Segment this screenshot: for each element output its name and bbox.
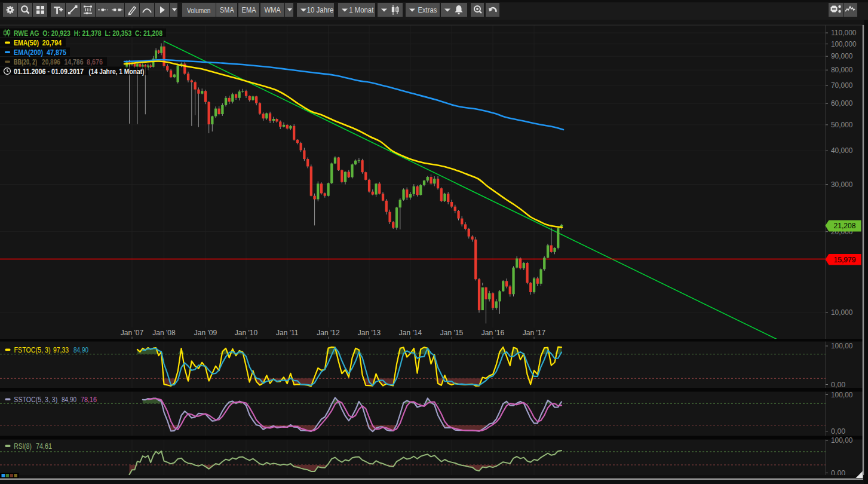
svg-text:SMA: SMA xyxy=(220,5,234,14)
svg-text:Volumen: Volumen xyxy=(187,6,210,15)
svg-text:50,000: 50,000 xyxy=(831,121,853,129)
svg-text:80,000: 80,000 xyxy=(831,66,853,74)
svg-text:Jan '17: Jan '17 xyxy=(523,329,546,337)
svg-text:10,000: 10,000 xyxy=(831,308,853,317)
svg-text:Jan '15: Jan '15 xyxy=(440,329,464,337)
svg-text:30,000: 30,000 xyxy=(831,180,853,189)
svg-text:EMA(200) 47,875: EMA(200) 47,875 xyxy=(14,48,66,57)
svg-text:10 Jahre: 10 Jahre xyxy=(306,5,333,14)
svg-text:1 Monat: 1 Monat xyxy=(349,5,373,14)
svg-text:78,16: 78,16 xyxy=(81,396,97,404)
svg-text:Jan '13: Jan '13 xyxy=(358,329,381,337)
svg-text:EMA: EMA xyxy=(242,5,256,14)
svg-text:21,208: 21,208 xyxy=(834,221,856,230)
svg-text:RWE AG O: 20,923 H: 21,378: RWE AG O: 20,923 H: 21,378 L: 20,353 C: … xyxy=(14,29,162,38)
svg-text:Jan '10: Jan '10 xyxy=(235,329,258,337)
svg-text:Extras: Extras xyxy=(418,5,437,14)
svg-text:(14 Jahre, 1 Monat): (14 Jahre, 1 Monat) xyxy=(89,68,145,76)
svg-text:EMA(50) 20,794: EMA(50) 20,794 xyxy=(14,39,62,47)
svg-text:110,000: 110,000 xyxy=(831,29,857,37)
svg-text:Jan '11: Jan '11 xyxy=(276,329,299,337)
svg-text:97,33: 97,33 xyxy=(53,346,69,354)
svg-text:Jan '12: Jan '12 xyxy=(317,329,340,337)
svg-text:SSTOC(5, 3, 3): SSTOC(5, 3, 3) xyxy=(14,396,57,404)
svg-text:Jan '08: Jan '08 xyxy=(152,329,176,337)
svg-text:60,000: 60,000 xyxy=(831,99,853,108)
svg-text:Jan '14: Jan '14 xyxy=(399,329,422,337)
svg-text:84,90: 84,90 xyxy=(62,396,76,404)
svg-text:100,00: 100,00 xyxy=(831,436,853,445)
svg-text:BB(20, 2): BB(20, 2) xyxy=(14,58,37,66)
svg-text:100,000: 100,000 xyxy=(831,40,857,48)
svg-text:0,00: 0,00 xyxy=(831,427,846,436)
svg-text:100,00: 100,00 xyxy=(831,342,853,350)
svg-text:FSTOC(5, 3): FSTOC(5, 3) xyxy=(14,346,51,354)
svg-text:40,000: 40,000 xyxy=(831,146,853,155)
svg-text:WMA: WMA xyxy=(264,5,280,14)
svg-text:14,786: 14,786 xyxy=(65,58,84,66)
svg-text:Jan '16: Jan '16 xyxy=(481,329,505,337)
svg-text:0,00: 0,00 xyxy=(831,381,846,389)
svg-text:90,000: 90,000 xyxy=(831,52,853,60)
svg-text:15,979: 15,979 xyxy=(834,255,856,264)
svg-text:100,00: 100,00 xyxy=(831,391,853,399)
svg-text:01.11.2006 - 01.09.2017: 01.11.2006 - 01.09.2017 xyxy=(14,68,84,76)
svg-text:84,90: 84,90 xyxy=(73,346,88,354)
svg-text:Jan '09: Jan '09 xyxy=(194,329,217,337)
svg-text:20,896: 20,896 xyxy=(42,58,60,66)
svg-text:8,676: 8,676 xyxy=(87,58,103,66)
svg-text:70,000: 70,000 xyxy=(831,81,853,90)
svg-text:74,61: 74,61 xyxy=(36,442,52,451)
svg-text:Jan '07: Jan '07 xyxy=(121,329,144,337)
svg-text:RSI(8): RSI(8) xyxy=(14,442,32,451)
